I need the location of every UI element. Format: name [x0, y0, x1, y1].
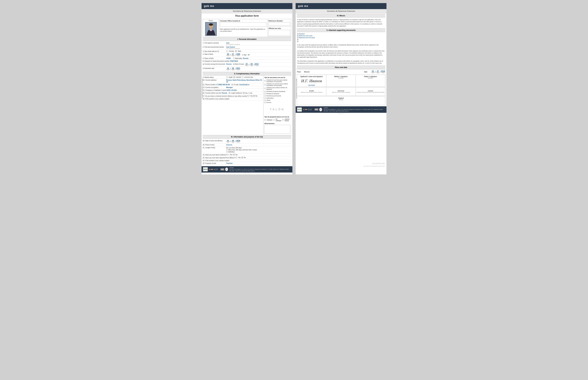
phone-label: 11. Phone number:: [203, 84, 216, 85]
legal-no-radio[interactable]: [248, 92, 250, 94]
doc-2: 2) Reference from work: [297, 35, 385, 37]
company-row: 14. Company or Institution´s name: OOO «…: [203, 89, 263, 92]
expiry-row: c) Expiration day: 24 DD / 08 MM / 2021 …: [203, 67, 291, 71]
mexico-logo: MÉXICO: [203, 167, 208, 171]
place-date-header: Place and date: [297, 66, 385, 69]
visa-opt-7-radio[interactable]: [264, 97, 266, 99]
doc-5: 5): [297, 40, 385, 42]
personal-info-section: 1. First (given) name(s): Ivan (As it ap…: [202, 41, 292, 71]
right-panel: Tipo de visa (marca con una X): Visitant…: [263, 76, 291, 134]
visa-opt-8: Oficial: [264, 99, 290, 101]
cojmer-logo: coTMER de Nuestro Mexicano: [209, 169, 219, 170]
deported-no-check[interactable]: ✓: [242, 157, 243, 158]
criminal-yes-radio[interactable]: [248, 95, 250, 97]
legal-yes-check[interactable]: ✓: [243, 92, 245, 94]
visa-opt-1-radio[interactable]: [264, 80, 266, 81]
been-no: No: [235, 154, 237, 155]
brand-p2: gob mx: [298, 4, 308, 7]
nationality-value: Russia: [243, 57, 248, 59]
visa-opt-4-radio[interactable]: [264, 91, 266, 92]
explain2-label: 24. If the answer is yes, please explain…: [203, 160, 230, 161]
visa-opt-6-radio[interactable]: [264, 95, 266, 97]
explain-row: 18. If the answer is yes, please explain…: [203, 97, 263, 100]
stay-opt3-radio[interactable]: [226, 151, 228, 152]
passport-lp-radio[interactable]: [282, 119, 284, 121]
marital-single-radio[interactable]: [226, 76, 228, 78]
sex-male-check[interactable]: ✓: [235, 50, 237, 52]
pob-label: 6. Place of birth:: [203, 57, 226, 59]
deported-yes: Yes: [238, 157, 241, 158]
first-name-sub: (As it appears in passport): [226, 44, 240, 45]
first-name-value: Ivan: [226, 42, 240, 44]
stay-label: 21. Length of stay:: [203, 147, 226, 149]
sex-female-label: Female: [229, 50, 234, 52]
father-sub: (If minor): [368, 77, 373, 79]
stay-opt3: Definitive: [228, 151, 235, 153]
company-value: OOO «Profit»: [227, 89, 237, 91]
visa-opt-3-radio[interactable]: [264, 88, 266, 89]
autorizo-title: Autorizó: [368, 90, 373, 92]
seal-logo-p2: ⊕: [319, 108, 322, 111]
been-no-check[interactable]: ✓: [233, 154, 235, 155]
marital-married-check[interactable]: ✓: [233, 76, 235, 78]
visa-opt-9-radio[interactable]: [264, 102, 266, 103]
entry-date-label: 19. Date of entry into Mexico:: [203, 140, 226, 142]
secretaria-p2: Secretaría de Relaciones Exteriores: [296, 9, 386, 13]
address-row: 10. Current address: Russia, Saint-Peter…: [203, 79, 263, 83]
passport-no-ord-radio[interactable]: [273, 119, 275, 121]
occupation-row: 13. Current occupation: Manager: [203, 86, 263, 89]
svg-point-2: [209, 23, 213, 26]
point-label: 20. Point of entry:: [203, 144, 226, 146]
sex-female-radio[interactable]: [226, 50, 228, 52]
purpose-value: Tourism: [226, 162, 232, 164]
place-label: Place:: [297, 71, 301, 73]
header-p2: gob mx: [296, 3, 386, 9]
age-value: 27: [248, 54, 250, 56]
pob-row: 6. Place of birth: USSR 7. Nationality: …: [203, 57, 291, 60]
capturo-sub: (Firma): [298, 99, 384, 100]
last-name-sub: (As it appears in passport): [226, 48, 240, 49]
sex-row: 3. Sex (mark with an X): Female ✓ Male: [203, 50, 291, 53]
page-2: The distribution of this form is free of…: [295, 3, 387, 175]
entry-yyyy: 2018: [236, 140, 240, 142]
stay-opt1-check[interactable]: ✓: [226, 147, 228, 149]
marital-common-radio[interactable]: [242, 76, 243, 78]
footer-p2: MÉXICO coTMER de Nuestro Mexicano SRE ⊕ …: [296, 106, 386, 113]
visa-opt-5-radio[interactable]: [264, 93, 266, 95]
last-name-row: 2. First and second last names: Ivan Iva…: [203, 46, 291, 50]
attached-docs-section: 1) Passport 2) Reference from work 3) St…: [296, 32, 386, 43]
company-label: 14. Company or Institution´s name:: [203, 89, 227, 91]
doc-3: 3) Statement from the bank: [297, 37, 385, 38]
pob-value: USSR: [226, 57, 231, 59]
top-row: Photo Consu: [203, 19, 291, 37]
confidential-text: The information contained in this applic…: [296, 59, 386, 65]
recibio-sub: (Nombre y firma de quien recibe la solic…: [301, 92, 322, 93]
visa-opt-1: Visitante sin permiso para realizar acti…: [264, 79, 290, 83]
passport-ord-radio[interactable]: [264, 119, 266, 121]
autorizo-sub: (Nombre y firma del funcionario que auto…: [357, 92, 384, 93]
dob-label: 4. Date of birth:: [203, 53, 226, 55]
section2-header: II. Complementary information: [203, 72, 291, 76]
visa-opt-8-radio[interactable]: [264, 99, 266, 101]
been-yes-radio[interactable]: [227, 154, 229, 155]
issue-country-label: a) Country issuing the document:: [203, 63, 226, 65]
stay-row: 21. Length of stay: ✓ Less than 180 days…: [203, 146, 291, 153]
visa-opt-2-radio[interactable]: [264, 84, 266, 85]
applicant-sig-image: И.Г. Иванов: [301, 77, 322, 84]
dob-row: 4. Date of birth: 09 DD / 07 MM / 1990 Y…: [203, 53, 291, 57]
deported-yes-radio[interactable]: [236, 157, 237, 158]
visa-opt-3: Visitante para realizar trámites de adop…: [264, 86, 290, 90]
dob-mm: 07: [231, 53, 235, 55]
stay-opt2-radio[interactable]: [226, 149, 228, 151]
expiry-yyyy: 2021: [236, 67, 240, 69]
ref-number-label: Reference Number: [268, 20, 290, 22]
expiry-mm: 08: [231, 67, 235, 69]
criminal-no-check[interactable]: ✓: [253, 95, 255, 97]
applicant-sig-name: Ivan Ivanov: [308, 84, 315, 86]
official-label: Official use only: [268, 27, 290, 29]
passport-ord: Ordinario: [267, 119, 273, 121]
entry-date-row: 19. Date of entry into Mexico: 01 DD / 0…: [203, 139, 291, 143]
father-title: Father´s signature: [364, 76, 377, 77]
consular-box: Consular Office located at Each applican…: [219, 19, 268, 37]
recibio-title: Recibió: [309, 90, 314, 92]
